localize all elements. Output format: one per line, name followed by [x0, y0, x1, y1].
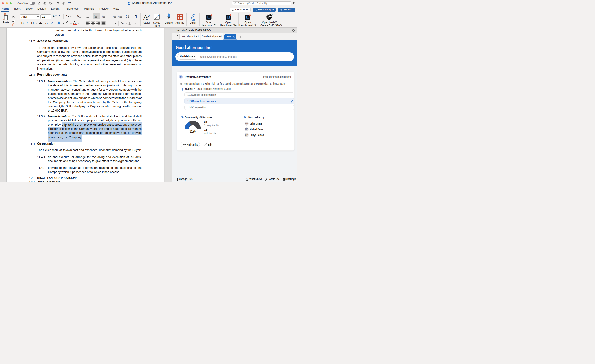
svg-text:?: ?: [247, 179, 248, 180]
svg-text:2: 2: [94, 16, 94, 17]
svg-text:a: a: [102, 16, 103, 17]
svg-text:Z: Z: [126, 16, 127, 18]
svg-text:i: i: [102, 17, 103, 18]
svg-text:®: ®: [272, 14, 273, 15]
svg-text:W: W: [128, 3, 130, 5]
svg-text:W: W: [182, 35, 184, 37]
svg-text:A: A: [143, 14, 148, 21]
svg-text:1: 1: [181, 88, 181, 89]
svg-text:A: A: [126, 14, 127, 16]
svg-text:1: 1: [102, 15, 102, 16]
svg-text:2: 2: [181, 90, 181, 91]
svg-text:1: 1: [94, 15, 94, 16]
svg-text:3: 3: [94, 17, 94, 18]
